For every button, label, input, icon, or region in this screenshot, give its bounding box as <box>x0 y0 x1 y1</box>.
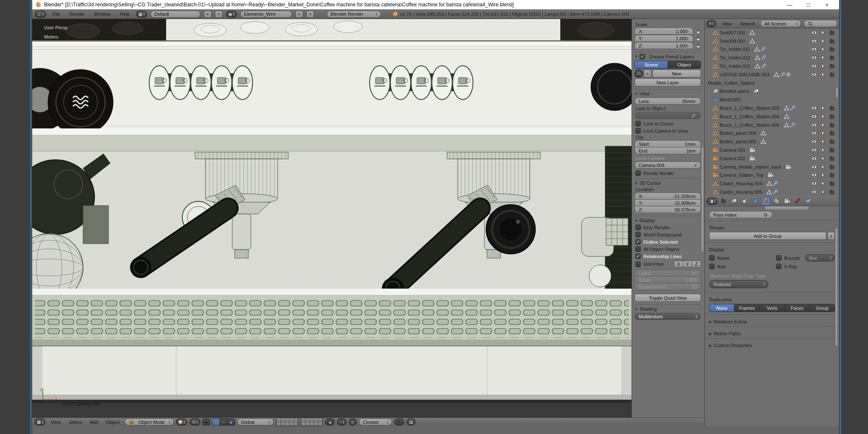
lock-to-cursor-checkbox[interactable] <box>635 121 641 126</box>
editor-type-button-outliner[interactable]: ≡▴▾ <box>707 20 716 27</box>
layer-cell[interactable] <box>285 422 289 426</box>
manipulator-translate-toggle[interactable]: ▲ <box>212 418 220 426</box>
panel-groups[interactable]: Groups:::: <box>709 223 835 230</box>
minimize-button[interactable]: — <box>786 2 793 8</box>
selectability-cursor-icon[interactable] <box>820 63 826 69</box>
outliner-row[interactable]: Button_panel.004 | <box>705 129 839 138</box>
lock-camera-checkbox[interactable] <box>635 128 641 134</box>
object-name[interactable]: Castor_Housing.004 <box>720 181 762 186</box>
renderability-camera-icon[interactable] <box>829 114 835 120</box>
lock-to-scene-icon[interactable] <box>325 418 335 426</box>
tab-constraints[interactable] <box>772 197 781 206</box>
renderability-camera-icon[interactable] <box>829 105 835 111</box>
layer-cell[interactable] <box>281 422 285 426</box>
object-name[interactable]: Tin_holder.013 <box>720 64 750 69</box>
scene-selector[interactable]: Elements_Wire <box>240 11 292 18</box>
outliner-row[interactable]: Tin_holder.012 | <box>705 53 839 62</box>
object-name[interactable]: World.002 <box>720 97 741 102</box>
panel-object-display[interactable]: Display:::: <box>709 245 835 252</box>
outliner-row[interactable]: Camera_Mobile_station_back | <box>705 163 839 171</box>
toggle-quad-view-button[interactable]: Toggle Quad View <box>634 294 701 302</box>
visibility-eye-icon[interactable] <box>811 55 817 61</box>
shading-mode-dropdown[interactable]: Multitexture▴▾ <box>634 313 701 320</box>
visibility-eye-icon[interactable] <box>811 122 817 128</box>
selectability-cursor-icon[interactable] <box>820 46 826 52</box>
grid-subdivisions-field[interactable]: Subdivisions:10 <box>634 283 701 290</box>
visibility-eye-icon[interactable] <box>811 105 817 111</box>
grid-lines-field[interactable]: Lines:16 <box>634 270 701 277</box>
panel-relations-extras[interactable]: ▶Relations Extras:::: <box>709 317 835 324</box>
renderability-camera-icon[interactable] <box>829 156 835 161</box>
panel-shading[interactable]: ▼ Shading :::: <box>634 304 701 312</box>
tab-world[interactable] <box>751 197 760 206</box>
renderability-camera-icon[interactable] <box>829 46 835 52</box>
layer-grid-2[interactable] <box>300 417 323 426</box>
scale-x-field[interactable]: X:1.000▸ <box>634 28 693 35</box>
dup-faces-button[interactable]: Faces <box>785 304 810 312</box>
selectability-cursor-icon[interactable] <box>820 38 826 44</box>
outliner-row[interactable]: Text007.003 | <box>705 28 839 37</box>
renderability-camera-icon[interactable] <box>829 139 835 145</box>
outliner-row[interactable]: World.002 <box>705 95 839 104</box>
object-name[interactable]: Button_panel.004 <box>720 131 756 136</box>
layer-cell[interactable] <box>289 418 293 422</box>
outliner-row[interactable]: Brace_1_Coffee_Station.004 | <box>705 112 839 121</box>
layer-cell[interactable] <box>281 418 285 422</box>
group-plus-button[interactable]: + <box>827 232 835 240</box>
snap-magnet-toggle[interactable]: ∪ <box>349 418 357 426</box>
mode-dropdown[interactable]: Object Mode▴▾ <box>125 418 174 426</box>
renderability-camera-icon[interactable] <box>829 38 835 44</box>
object-menu[interactable]: Object <box>103 420 122 425</box>
editor-type-button-properties[interactable]: ◨▴▾ <box>707 198 718 205</box>
object-name[interactable]: RenderLayers <box>720 89 749 94</box>
menu-help[interactable]: Help <box>117 11 133 17</box>
grid-axis-x-button[interactable]: X <box>674 261 683 267</box>
renderability-camera-icon[interactable] <box>829 181 835 186</box>
outliner-row[interactable]: Camera.002 | <box>705 154 839 163</box>
grid-axis-z-button[interactable]: Z <box>692 261 701 267</box>
eyedropper-icon[interactable] <box>691 113 697 119</box>
cursor-x-field[interactable]: X:-21.208cm▸ <box>634 192 701 200</box>
layer-cell[interactable] <box>301 418 305 422</box>
grid-floor-row[interactable]: Grid Floor X Y Z <box>635 261 701 267</box>
layer-cell[interactable] <box>277 418 281 422</box>
selectability-cursor-icon[interactable] <box>820 147 826 153</box>
selectability-cursor-icon[interactable] <box>820 114 826 120</box>
lock-object-field[interactable] <box>634 112 701 119</box>
tab-render-layers[interactable] <box>729 197 739 206</box>
visibility-eye-icon[interactable] <box>811 38 817 44</box>
panel-grip[interactable]: :::: <box>829 320 835 324</box>
scale-y-field[interactable]: Y:1.000▸ <box>634 35 693 42</box>
visibility-eye-icon[interactable] <box>811 30 817 36</box>
panel-grip[interactable]: :::: <box>829 343 835 348</box>
grid-floor-checkbox[interactable] <box>635 262 641 267</box>
dup-verts-button[interactable]: Verts <box>759 304 785 312</box>
proportional-edit-dropdown[interactable]: ○▴▾ <box>337 418 347 426</box>
all-object-origins-checkbox[interactable] <box>635 246 641 252</box>
renderability-camera-icon[interactable] <box>829 72 835 78</box>
render-border-row[interactable]: Render Border <box>635 170 701 176</box>
layer-cell[interactable] <box>294 418 298 422</box>
renderability-camera-icon[interactable] <box>829 130 835 136</box>
opengl-render-still-button[interactable] <box>394 418 404 426</box>
select-menu[interactable]: Select <box>66 420 85 425</box>
outline-selected-checkbox[interactable]: ✓ <box>635 239 641 245</box>
tab-scene[interactable]: Scene <box>634 61 668 69</box>
outliner-row[interactable]: Camera.001 | <box>705 146 839 154</box>
layer-cell[interactable] <box>289 422 293 426</box>
object-name[interactable]: Camera_Mobile_station_back <box>720 164 782 170</box>
panel-grip[interactable]: :::: <box>695 218 701 223</box>
manipulator-rotate-toggle[interactable]: ∩ <box>220 418 228 426</box>
only-render-checkbox[interactable] <box>635 225 641 230</box>
tab-physics[interactable] <box>804 197 813 206</box>
renderability-camera-icon[interactable] <box>829 55 835 61</box>
panel-3d-cursor[interactable]: ▼ 3D Cursor :::: <box>634 178 701 186</box>
visibility-eye-icon[interactable] <box>811 139 817 145</box>
outliner-menu-view[interactable]: View <box>719 21 735 26</box>
dup-group-button[interactable]: Group <box>810 304 835 312</box>
renderability-camera-icon[interactable] <box>829 63 835 69</box>
cursor-y-field[interactable]: Y:15.908cm▸ <box>634 199 701 206</box>
clear-camera-icon[interactable]: × <box>694 163 697 168</box>
gp-new-button[interactable]: New <box>652 70 701 78</box>
renderability-camera-icon[interactable] <box>829 122 835 128</box>
